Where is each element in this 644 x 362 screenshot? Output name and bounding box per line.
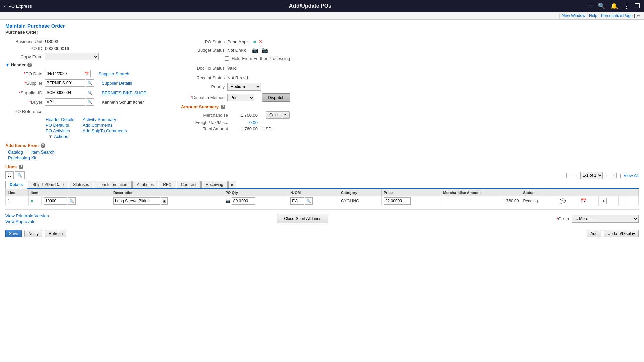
- supplier-id-input[interactable]: [45, 89, 85, 96]
- supplier-name-link[interactable]: BERNIE'S BIKE SHOP: [102, 90, 146, 95]
- cell-add-line: +: [598, 196, 619, 206]
- find-button[interactable]: 🔍: [15, 171, 25, 179]
- first-page-button[interactable]: |‹: [566, 173, 573, 178]
- priority-select[interactable]: Low Medium High: [227, 83, 261, 90]
- item-search-button[interactable]: 🔍: [68, 197, 76, 205]
- last-page-button[interactable]: ›|: [611, 173, 617, 178]
- new-window-link[interactable]: New Window: [562, 13, 585, 18]
- back-arrow-icon: ‹: [4, 3, 6, 9]
- total-amount-row: Total Amount 1,760.00 USD: [181, 126, 639, 131]
- catalog-link[interactable]: Catalog: [8, 149, 23, 155]
- budget-status-icon-1[interactable]: 📷: [252, 47, 259, 53]
- header-collapse-button[interactable]: ▼: [5, 62, 10, 67]
- uom-input-group: 🔍: [290, 197, 337, 205]
- tab-contract[interactable]: Contract: [177, 181, 201, 188]
- buyer-search-icon[interactable]: 🔍: [86, 98, 94, 106]
- menu-icon[interactable]: ⋮: [623, 2, 629, 10]
- supplier-input[interactable]: [45, 79, 85, 87]
- item-input[interactable]: [44, 197, 67, 205]
- activity-summary-link[interactable]: Activity Summary: [83, 117, 127, 122]
- purchasing-kit-link[interactable]: Purchasing Kit: [8, 155, 36, 160]
- view-approvals-link[interactable]: View Approvals: [5, 219, 49, 224]
- tab-statuses[interactable]: Statuses: [69, 181, 93, 188]
- amount-summary-help-icon[interactable]: ?: [221, 105, 225, 109]
- supplier-search-link[interactable]: Supplier Search: [98, 71, 129, 76]
- item-icon[interactable]: ■: [31, 199, 33, 203]
- close-short-all-lines-button[interactable]: Close Short All Lines: [277, 214, 328, 223]
- search-icon[interactable]: 🔍: [598, 2, 605, 10]
- table-toolbar: ☷ 🔍 |‹ ‹ 1-1 of 1 › ›| | View All: [5, 171, 639, 179]
- po-qty-icon[interactable]: 📷: [225, 199, 230, 203]
- lines-help-icon[interactable]: ?: [19, 165, 23, 169]
- add-button[interactable]: Add: [587, 230, 601, 237]
- page-select[interactable]: 1-1 of 1: [580, 172, 603, 179]
- update-display-button[interactable]: Update/Display: [604, 230, 639, 237]
- top-navigation: ‹ PO Express Add/Update POs ⌂ 🔍 🔔 ⋮ ❐: [0, 0, 644, 12]
- po-reference-input[interactable]: [45, 108, 122, 115]
- calculate-button[interactable]: Calculate: [266, 111, 290, 119]
- supplier-id-search-icon[interactable]: 🔍: [86, 89, 94, 96]
- supplier-details-link[interactable]: Supplier Details: [102, 81, 132, 86]
- dispatch-button[interactable]: Dispatch: [262, 93, 290, 102]
- supplier-search-icon[interactable]: 🔍: [86, 79, 94, 87]
- lines-tabs: Details Ship To/Due Date Statuses Item I…: [5, 181, 639, 189]
- description-input[interactable]: [113, 197, 160, 205]
- next-page-button[interactable]: ›: [604, 173, 609, 178]
- po-status-icon-green[interactable]: ■: [253, 39, 256, 44]
- add-comments-link[interactable]: Add Comments: [83, 123, 127, 128]
- tab-attributes[interactable]: Attributes: [132, 181, 158, 188]
- grid-view-button[interactable]: ☷: [5, 171, 14, 179]
- expand-icon[interactable]: ❐: [635, 2, 640, 10]
- uom-input[interactable]: [290, 197, 304, 205]
- add-items-from-section: Add Items From ? Catalog Item Search Pur…: [5, 143, 639, 160]
- header-help-icon[interactable]: ?: [27, 63, 32, 67]
- budget-status-icon-2[interactable]: 📷: [261, 47, 268, 53]
- remove-line-button[interactable]: −: [621, 198, 627, 204]
- po-defaults-link[interactable]: PO Defaults: [46, 123, 74, 128]
- bell-icon[interactable]: 🔔: [610, 2, 618, 10]
- cell-po-qty: 📷: [223, 196, 288, 206]
- view-all-link[interactable]: View All: [624, 173, 639, 178]
- schedule-button[interactable]: 📅: [580, 198, 587, 204]
- po-activities-link[interactable]: PO Activities: [46, 128, 70, 133]
- tab-ship-to-due-date[interactable]: Ship To/Due Date: [28, 181, 68, 188]
- po-status-icon-red[interactable]: ✕: [259, 39, 263, 44]
- hold-row: Hold From Further Processing: [225, 56, 639, 61]
- prev-page-button[interactable]: ‹: [574, 173, 579, 178]
- po-date-calendar-icon[interactable]: 📅: [83, 70, 91, 77]
- help-link[interactable]: Help: [589, 13, 597, 18]
- add-items-help-icon[interactable]: ?: [41, 143, 45, 148]
- go-to-select[interactable]: ... More ...: [572, 215, 639, 223]
- view-printable-link[interactable]: View Printable Version: [5, 213, 49, 218]
- notify-button[interactable]: Notify: [24, 230, 42, 237]
- description-expand-icon[interactable]: ▣: [161, 197, 168, 205]
- tab-rfq[interactable]: RFQ: [159, 181, 176, 188]
- price-input[interactable]: [384, 197, 411, 205]
- freight-value[interactable]: 0.00: [231, 120, 258, 125]
- copy-from-select[interactable]: [45, 53, 99, 60]
- refresh-button[interactable]: Refresh: [45, 230, 66, 237]
- col-header-description: Description: [111, 189, 223, 196]
- sep-view-all: |: [620, 173, 621, 178]
- uom-search-button[interactable]: 🔍: [305, 197, 313, 205]
- actions-link[interactable]: Actions: [54, 134, 68, 139]
- comment-button[interactable]: 💬: [559, 198, 566, 204]
- header-details-link[interactable]: Header Details: [46, 117, 74, 122]
- personalize-page-link[interactable]: Personalize Page: [601, 13, 633, 18]
- po-date-input[interactable]: [45, 70, 82, 77]
- tab-item-information[interactable]: Item Information: [94, 181, 132, 188]
- tab-receiving[interactable]: Receiving: [201, 181, 228, 188]
- add-shipto-comments-link[interactable]: Add ShipTo Comments: [83, 128, 127, 133]
- cell-uom: 🔍: [288, 196, 339, 206]
- item-search-link[interactable]: Item Search: [31, 149, 55, 155]
- tab-more[interactable]: ▶: [228, 181, 236, 188]
- tab-details[interactable]: Details: [5, 181, 27, 189]
- dispatch-method-select[interactable]: Print Email Fax: [227, 94, 254, 101]
- po-qty-input[interactable]: [232, 197, 255, 205]
- hold-checkbox[interactable]: [225, 56, 229, 61]
- back-button[interactable]: ‹ PO Express: [4, 3, 32, 9]
- home-icon[interactable]: ⌂: [589, 3, 592, 10]
- save-button[interactable]: Save: [5, 230, 22, 237]
- buyer-input[interactable]: [45, 98, 85, 106]
- add-line-button[interactable]: +: [601, 198, 607, 204]
